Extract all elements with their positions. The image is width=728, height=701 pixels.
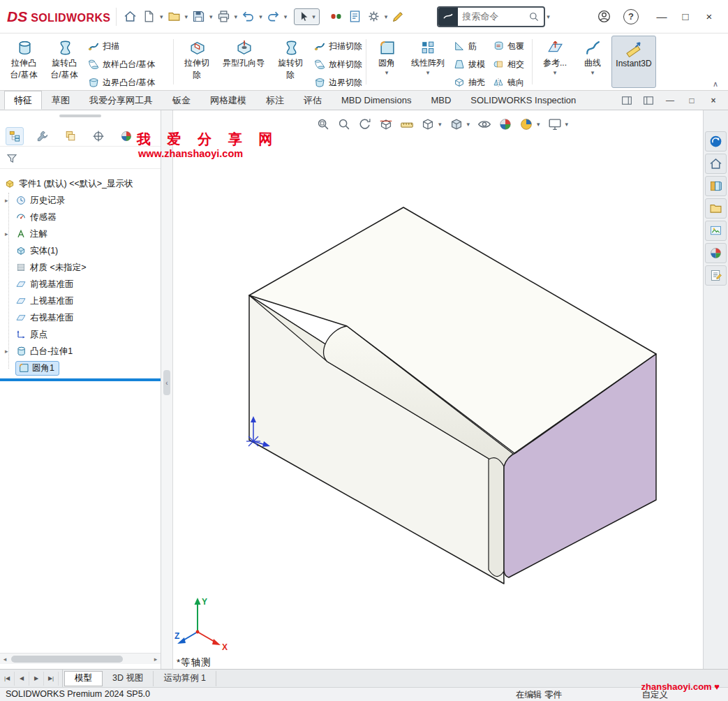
- selected-tree-item[interactable]: 圆角1: [15, 361, 59, 376]
- tree-item-history[interactable]: ▸ 历史记录: [0, 193, 161, 208]
- tab-evaluate[interactable]: 评估: [294, 91, 332, 110]
- ribbon-button-shell[interactable]: 抽壳: [454, 74, 485, 91]
- document-properties-button[interactable]: [346, 7, 364, 26]
- undo-button[interactable]: [239, 7, 258, 26]
- task-pane-appearances-button[interactable]: [705, 243, 727, 263]
- tree-item-fillet1[interactable]: 圆角1: [0, 360, 161, 376]
- graphics-viewport[interactable]: Y X Z ▾ ▾ ▾ ▾ *等轴测: [173, 110, 703, 669]
- ribbon-button-lofted-boss-base[interactable]: 放样凸台/基体: [88, 56, 155, 73]
- ribbon-button-curves[interactable]: 曲线 ▾: [577, 36, 609, 88]
- measure-button[interactable]: [399, 117, 415, 132]
- tab-scroll-prev-button[interactable]: ◀: [15, 672, 29, 686]
- display-style-button[interactable]: ▾: [449, 117, 472, 132]
- ribbon-collapse-icon[interactable]: ∧: [713, 80, 718, 89]
- scroll-right-icon[interactable]: ▸: [151, 656, 161, 663]
- ribbon-button-rib[interactable]: 筋: [454, 38, 477, 54]
- ribbon-button-intersect[interactable]: 相交: [493, 56, 524, 73]
- chevron-down-icon[interactable]: ▾: [591, 70, 595, 76]
- scrollbar-thumb[interactable]: [11, 656, 123, 663]
- task-pane-design-library-button[interactable]: [705, 176, 727, 196]
- expand-arrow-icon[interactable]: ▸: [5, 197, 8, 204]
- open-button[interactable]: [165, 7, 184, 26]
- view-settings-button[interactable]: ▾: [547, 117, 570, 132]
- tree-item-annotations[interactable]: ▸ 注解: [0, 226, 161, 242]
- pane-left-icon[interactable]: [619, 93, 634, 108]
- ribbon-button-linear-pattern[interactable]: 线性阵列 ▾: [406, 36, 450, 88]
- zoom-fit-button[interactable]: [315, 117, 331, 132]
- tree-item-solid-bodies[interactable]: 实体(1): [0, 243, 161, 258]
- search-input[interactable]: [458, 11, 528, 22]
- tab-share-site-tools[interactable]: 我爱分享网工具: [80, 91, 163, 110]
- ribbon-button-reference-geometry[interactable]: 参考... ▾: [536, 36, 574, 88]
- tab-sheet-metal[interactable]: 钣金: [163, 91, 200, 110]
- chevron-down-icon[interactable]: ▾: [385, 70, 389, 76]
- tab-model[interactable]: 模型: [64, 671, 103, 686]
- ribbon-button-instant3d[interactable]: Instant3D: [611, 36, 656, 88]
- ribbon-button-draft[interactable]: 拔模: [454, 56, 485, 73]
- tree-root-part[interactable]: 零件1 (默认) <<默认>_显示状: [0, 176, 161, 191]
- tab-mbd-dimensions[interactable]: MBD Dimensions: [332, 91, 421, 110]
- chevron-down-icon[interactable]: ▾: [208, 13, 214, 20]
- tab-scroll-last-button[interactable]: ▶|: [44, 672, 59, 686]
- chevron-down-icon[interactable]: ▾: [545, 13, 551, 20]
- chevron-down-icon[interactable]: ▾: [158, 13, 165, 20]
- dimxpert-manager-tab[interactable]: [89, 127, 107, 145]
- tab-solidworks-inspection[interactable]: SOLIDWORKS Inspection: [461, 91, 586, 110]
- scrollbar-track[interactable]: [10, 655, 151, 663]
- tab-mesh-modeling[interactable]: 网格建模: [200, 91, 256, 110]
- print-button[interactable]: [214, 7, 233, 26]
- tree-item-origin[interactable]: 原点: [0, 327, 161, 342]
- markup-button[interactable]: [389, 7, 408, 26]
- chevron-down-icon[interactable]: ▾: [233, 13, 239, 20]
- chevron-down-icon[interactable]: ▾: [258, 13, 264, 20]
- redo-button[interactable]: [264, 7, 283, 26]
- tab-sketch[interactable]: 草图: [42, 91, 80, 110]
- tab-markup[interactable]: 标注: [256, 91, 294, 110]
- tree-filter-bar[interactable]: [0, 148, 161, 169]
- select-tool-button[interactable]: ▾: [294, 8, 320, 25]
- chevron-down-icon[interactable]: ▾: [283, 13, 289, 20]
- ribbon-button-revolved-cut[interactable]: 旋转切 除: [271, 36, 310, 88]
- chevron-down-icon[interactable]: ▾: [426, 70, 430, 76]
- tree-item-material[interactable]: 材质 <未指定>: [0, 260, 161, 275]
- previous-view-button[interactable]: [357, 117, 373, 132]
- ribbon-button-hole-wizard[interactable]: 异型孔向导: [219, 36, 268, 88]
- tree-item-sensors[interactable]: 传感器: [0, 209, 161, 225]
- ribbon-button-wrap[interactable]: 包覆: [493, 38, 524, 54]
- view-orientation-button[interactable]: ▾: [420, 117, 443, 132]
- new-document-button[interactable]: [140, 7, 158, 26]
- doc-close-button[interactable]: ×: [706, 93, 721, 108]
- options-button[interactable]: [364, 7, 383, 26]
- panel-horizontal-scrollbar[interactable]: ◂ ▸: [0, 653, 161, 664]
- ribbon-button-sweep[interactable]: 扫描: [88, 38, 119, 54]
- property-manager-tab[interactable]: [34, 127, 52, 145]
- chevron-down-icon[interactable]: ▾: [554, 70, 557, 76]
- expand-arrow-icon[interactable]: ▸: [5, 348, 8, 355]
- edit-appearance-button[interactable]: [498, 117, 513, 132]
- ribbon-button-swept-cut[interactable]: 扫描切除: [314, 38, 362, 54]
- command-search-box[interactable]: [437, 6, 545, 27]
- doc-restore-button[interactable]: □: [684, 93, 699, 108]
- chevron-down-icon[interactable]: ▾: [466, 121, 472, 128]
- window-minimize-button[interactable]: —: [650, 6, 674, 27]
- model-canvas[interactable]: Y X Z: [173, 110, 703, 669]
- ribbon-button-mirror[interactable]: 镜向: [493, 74, 524, 91]
- zoom-area-button[interactable]: [336, 117, 352, 132]
- panel-collapse-handle[interactable]: ‹: [163, 370, 170, 395]
- save-button[interactable]: [189, 7, 208, 26]
- section-view-button[interactable]: [378, 117, 394, 132]
- help-button[interactable]: ?: [623, 9, 639, 24]
- pane-right-icon[interactable]: [641, 93, 656, 108]
- panel-grip[interactable]: [59, 115, 101, 117]
- task-pane-custom-properties-button[interactable]: [705, 265, 727, 286]
- feature-manager-tab[interactable]: [6, 127, 24, 145]
- model-corner-fillet-face[interactable]: [489, 458, 504, 577]
- window-close-button[interactable]: ×: [697, 6, 721, 27]
- tree-item-right-plane[interactable]: 右视基准面: [0, 310, 161, 325]
- tab-features[interactable]: 特征: [4, 91, 42, 110]
- chevron-down-icon[interactable]: ▾: [383, 13, 389, 20]
- scroll-left-icon[interactable]: ◂: [0, 656, 10, 663]
- tab-scroll-next-button[interactable]: ▶: [29, 672, 44, 686]
- tab-3d-views[interactable]: 3D 视图: [103, 671, 154, 686]
- display-manager-tab[interactable]: [117, 127, 135, 145]
